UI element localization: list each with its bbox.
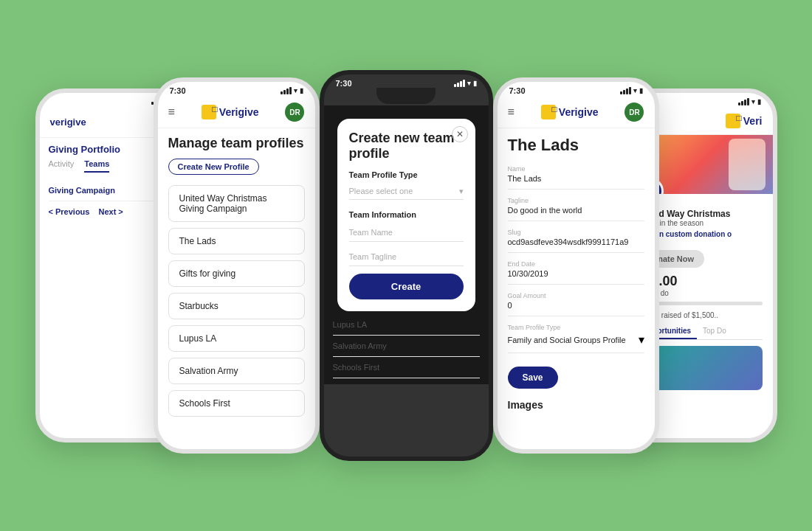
bg-item-2: Schools First: [333, 357, 480, 378]
field-goal: Goal Amount 0: [508, 292, 644, 316]
hamburger-icon-4[interactable]: ≡: [508, 105, 515, 119]
field-goal-label: Goal Amount: [508, 292, 644, 299]
logo-5: Veri: [726, 114, 763, 128]
team-name-input[interactable]: Team Name: [349, 223, 464, 242]
tab-activity[interactable]: Activity: [49, 159, 75, 173]
field-end-date-label: End Date: [508, 260, 644, 268]
field-name-value[interactable]: The Lads: [508, 174, 644, 183]
field-slug: Slug ocd9asdfeve394wsdkf9991171a9: [508, 229, 644, 253]
profile-type-dropdown[interactable]: Family and Social Groups Profile ▾: [508, 333, 644, 347]
select-placeholder: Please select one: [349, 187, 413, 196]
verigive-logo-icon-4: [541, 105, 556, 119]
time-2: 7:30: [170, 86, 186, 95]
icons-3: ▾ ▮: [454, 80, 477, 87]
app-header-2: ≡ Verigive DR: [158, 97, 315, 128]
battery-icon-3: ▮: [473, 80, 477, 87]
status-bar-3: 7:30 ▾ ▮: [324, 74, 489, 89]
field-end-date-value[interactable]: 10/30/2019: [508, 269, 644, 278]
field-tagline-label: Tagline: [508, 197, 644, 204]
avatar-2[interactable]: DR: [285, 103, 304, 122]
app-header-4: ≡ Verigive DR: [498, 97, 655, 128]
modal-section1-label: Team Profile Type: [349, 170, 464, 179]
images-section-label: Images: [508, 399, 644, 411]
modal-close-button[interactable]: ✕: [452, 126, 468, 142]
field-profile-type: Team Profile Type Family and Social Grou…: [508, 324, 644, 353]
icons-2: ▾ ▮: [281, 87, 303, 94]
list-item-6[interactable]: Schools First: [168, 390, 305, 417]
phone-3-create: 7:30 ▾ ▮ ✕ Create new team profile Team …: [320, 70, 493, 461]
modal-bg-list: Lupus LA Salvation Army Schools First: [330, 314, 483, 378]
create-button[interactable]: Create: [349, 274, 464, 299]
status-bar-2: 7:30 ▾ ▮: [158, 82, 315, 97]
hamburger-icon-2[interactable]: ≡: [168, 105, 175, 119]
battery-icon-2: ▮: [300, 87, 303, 94]
battery-icon-4: ▮: [639, 87, 643, 94]
time-4: 7:30: [509, 86, 526, 95]
manage-team-title: Manage team profiles: [168, 136, 305, 151]
wifi-icon-2: ▾: [294, 87, 297, 94]
verigive-logo-icon-2: [202, 105, 216, 119]
modal-select[interactable]: Please select one ▾: [349, 184, 464, 200]
tab-teams[interactable]: Teams: [84, 159, 109, 173]
list-item-1[interactable]: The Lads: [168, 228, 305, 254]
field-goal-value[interactable]: 0: [508, 301, 644, 310]
field-name: Name The Lads: [508, 165, 644, 190]
logo-text-4: Verigive: [559, 106, 599, 118]
status-bar-4: 7:30 ▾ ▮: [498, 82, 655, 97]
phones-container: ▾ ▮ verigive DR Giving Portfolio Activit…: [0, 0, 812, 531]
logo-text-2: Verigive: [219, 106, 259, 118]
bg-item-1: Salvation Army: [333, 336, 480, 357]
field-slug-label: Slug: [508, 229, 644, 236]
chevron-down-icon-4: ▾: [639, 333, 644, 347]
modal-card: ✕ Create new team profile Team Profile T…: [337, 119, 475, 311]
logo-text-5: Veri: [743, 115, 763, 127]
team-tagline-input[interactable]: Team Tagline: [349, 248, 464, 266]
list-item-2[interactable]: Gifts for giving: [168, 260, 305, 287]
phone-2-manage: 7:30 ▾ ▮ ≡ Verigive DR Manage team prof: [154, 77, 320, 454]
field-end-date: End Date 10/30/2019: [508, 260, 644, 285]
icons-4: ▾ ▮: [620, 87, 643, 94]
save-button[interactable]: Save: [508, 367, 558, 389]
avatar-4[interactable]: DR: [625, 103, 644, 122]
logo-2: Verigive: [202, 105, 259, 119]
modal-overlay: ✕ Create new team profile Team Profile T…: [324, 105, 489, 384]
logo-4: Verigive: [541, 105, 599, 119]
phone4-body: The Lads Name The Lads Tagline Do good i…: [498, 128, 655, 418]
notch-3: [376, 88, 436, 104]
app-name-1: verigive: [50, 117, 86, 128]
phone2-body: Manage team profiles Create New Profile …: [158, 128, 315, 430]
time-3: 7:30: [336, 79, 352, 88]
field-profile-type-label: Team Profile Type: [508, 324, 644, 331]
modal-section2-label: Team Information: [349, 210, 464, 219]
list-item-0[interactable]: United Way Christmas Giving Campaign: [168, 185, 305, 222]
next-button-1[interactable]: Next >: [98, 207, 123, 216]
field-tagline-value[interactable]: Do good in the world: [508, 206, 644, 215]
bg-item-0: Lupus LA: [333, 314, 480, 336]
verigive-logo-icon-5: [726, 114, 740, 128]
tab-top-donors[interactable]: Top Do: [697, 324, 732, 339]
wifi-icon-5: ▾: [751, 98, 755, 105]
battery-icon-5: ▮: [757, 98, 761, 105]
wifi-icon-4: ▾: [633, 87, 637, 94]
list-item-3[interactable]: Starbucks: [168, 293, 305, 319]
create-new-profile-button[interactable]: Create New Profile: [168, 159, 259, 175]
modal-title: Create new team profile: [349, 131, 464, 162]
phone-4-detail: 7:30 ▾ ▮ ≡ Verigive DR The Lads: [493, 77, 659, 454]
field-slug-value[interactable]: ocd9asdfeve394wsdkf9991171a9: [508, 237, 644, 246]
icons-5: ▾ ▮: [738, 98, 761, 105]
field-tagline: Tagline Do good in the world: [508, 197, 644, 221]
list-item-4[interactable]: Lupus LA: [168, 325, 305, 352]
wifi-icon-3: ▾: [467, 80, 471, 87]
field-name-label: Name: [508, 165, 644, 173]
team-detail-title: The Lads: [508, 136, 644, 155]
field-profile-type-value: Family and Social Groups Profile: [508, 336, 626, 344]
chevron-down-icon: ▾: [459, 187, 464, 196]
prev-button-1[interactable]: < Previous: [49, 207, 90, 216]
list-item-5[interactable]: Salvation Army: [168, 358, 305, 384]
